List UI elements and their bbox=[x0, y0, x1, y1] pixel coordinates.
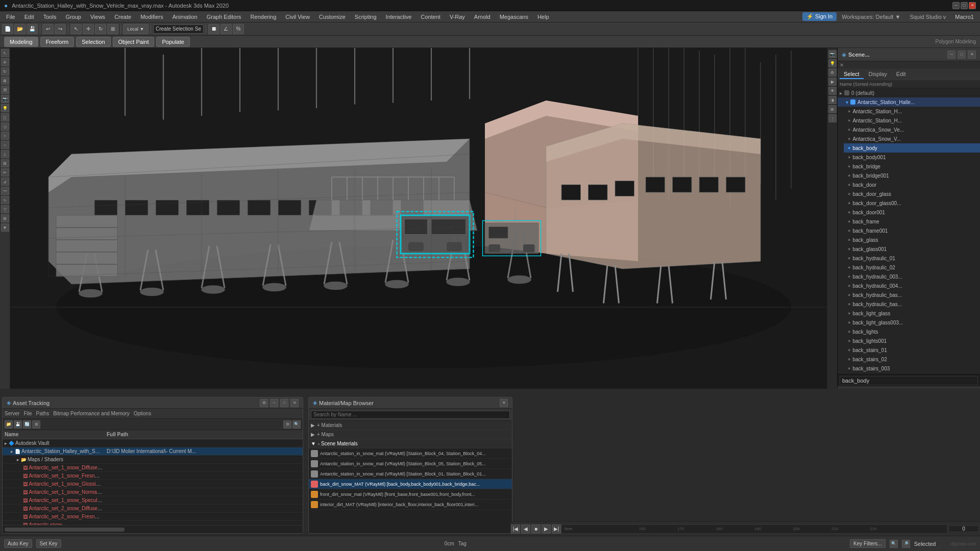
minimize-button[interactable]: ─ bbox=[952, 2, 960, 9]
list-item[interactable]: ● back_hydraulic_bas... bbox=[844, 290, 980, 299]
lt-scale[interactable]: ⊠ bbox=[1, 77, 9, 85]
mb-section-materials[interactable]: ▶ + Materials bbox=[309, 421, 512, 430]
menu-scripting[interactable]: Scripting bbox=[351, 13, 381, 21]
se-close-icon[interactable]: ✕ bbox=[840, 62, 844, 68]
list-item[interactable]: ● Antarctic_Station_H... bbox=[844, 116, 980, 125]
menu-interactive[interactable]: Interactive bbox=[382, 13, 416, 21]
list-item[interactable]: interior_dirt_MAT (VRayMtl) [interior_ba… bbox=[309, 499, 512, 510]
at-icon2[interactable]: 💾 bbox=[14, 420, 22, 429]
lt-bottom[interactable]: ▼ bbox=[1, 223, 9, 232]
list-item[interactable]: ● back_stairs_02 bbox=[844, 355, 980, 364]
maximize-button[interactable]: □ bbox=[961, 2, 968, 9]
list-item[interactable]: ● back_glass001 bbox=[844, 244, 980, 254]
move-btn[interactable]: ✛ bbox=[83, 24, 94, 34]
tl-next-frame[interactable]: ▶| bbox=[552, 524, 561, 534]
se-minimize-btn[interactable]: ─ bbox=[947, 51, 955, 59]
mb-section-scene-materials[interactable]: ▼ - Scene Materials bbox=[309, 439, 512, 448]
at-minimize-btn[interactable]: ─ bbox=[270, 399, 278, 407]
at-icon1[interactable]: 📁 bbox=[5, 420, 13, 429]
mode-tab-populate[interactable]: Populate bbox=[156, 37, 189, 47]
rotate-btn[interactable]: ↻ bbox=[95, 24, 106, 34]
at-maximize-btn[interactable]: □ bbox=[280, 399, 288, 407]
close-button[interactable]: ✕ bbox=[969, 2, 976, 9]
menu-vray[interactable]: V-Ray bbox=[446, 13, 469, 21]
menu-customize[interactable]: Customize bbox=[315, 13, 350, 21]
angle-snap-toggle[interactable]: ∠ bbox=[220, 24, 232, 34]
lt-nurbs[interactable]: 〜 bbox=[1, 187, 9, 195]
save-file-btn[interactable]: 💾 bbox=[27, 24, 38, 34]
tl-play[interactable]: ▶ bbox=[542, 524, 551, 534]
menu-tools[interactable]: Tools bbox=[39, 13, 61, 21]
mb-active-item[interactable]: back_dirt_snow_MAT (VRayMtl) [back_body,… bbox=[309, 479, 512, 489]
vp-view-btn[interactable]: 👁 bbox=[828, 87, 837, 95]
set-key-btn[interactable]: Set Key bbox=[36, 539, 61, 548]
vp-shader-btn[interactable]: ◑ bbox=[828, 96, 837, 104]
lt-helper[interactable]: + bbox=[1, 132, 9, 140]
list-item[interactable]: ▸ 📂 Maps / Shaders bbox=[3, 456, 303, 464]
list-item[interactable]: ● back_body001 bbox=[844, 153, 980, 162]
vp-extra-btn[interactable]: ⋮ bbox=[828, 114, 837, 122]
status-zoom-in[interactable]: 🔍 bbox=[890, 540, 898, 548]
list-item[interactable]: 🖼 Antarctic_set_2_snow_Diffuse.png bbox=[3, 505, 303, 513]
macro1[interactable]: Macro1 bbox=[951, 13, 978, 21]
menu-arnold[interactable]: Arnold bbox=[470, 13, 495, 21]
list-item[interactable]: Antarctic_station_in_snow_mat (VRayMtl) … bbox=[309, 469, 512, 479]
menu-megascans[interactable]: Megascans bbox=[496, 13, 532, 21]
at-options-btn[interactable]: ⚙ bbox=[260, 399, 268, 407]
sign-in-button[interactable]: ⚡ Sign In bbox=[802, 12, 837, 21]
vp-camera-btn[interactable]: 📷 bbox=[828, 50, 837, 58]
workspace-selector[interactable]: Workspaces: Default ▼ bbox=[838, 13, 904, 21]
lt-ik[interactable]: ⊿ bbox=[1, 178, 9, 186]
scene-item-default[interactable]: ▸ 0 (default) bbox=[838, 88, 980, 97]
lt-move[interactable]: ✛ bbox=[1, 58, 9, 66]
menu-rendering[interactable]: Rendering bbox=[247, 13, 281, 21]
list-item[interactable]: ● back_hydraulic_02 bbox=[844, 263, 980, 272]
menu-help[interactable]: Help bbox=[533, 13, 553, 21]
list-item[interactable]: 🖼 Antarctic snow bbox=[3, 521, 303, 525]
vp-light-btn[interactable]: 💡 bbox=[828, 59, 837, 67]
list-item[interactable]: ● back_frame001 bbox=[844, 226, 980, 235]
list-item[interactable]: ● back_lights001 bbox=[844, 336, 980, 345]
lt-filter[interactable]: ▽ bbox=[1, 205, 9, 213]
lt-light[interactable]: 💡 bbox=[1, 104, 9, 112]
at-icon3[interactable]: 🔄 bbox=[23, 420, 31, 429]
coord-system[interactable]: Local ▼ bbox=[123, 24, 149, 34]
list-item[interactable]: ● back_stairs_004 bbox=[844, 373, 980, 374]
se-tab-display[interactable]: Display bbox=[865, 70, 891, 79]
lt-space[interactable]: ○ bbox=[1, 141, 9, 149]
lt-spline[interactable]: ∿ bbox=[1, 196, 9, 204]
lt-select[interactable]: ↖ bbox=[1, 49, 9, 57]
at-menu-file[interactable]: File bbox=[23, 411, 32, 416]
tl-prev-frame[interactable]: |◀ bbox=[511, 524, 520, 534]
mode-tab-freeform[interactable]: Freeform bbox=[40, 37, 75, 47]
mb-section-maps[interactable]: ▶ + Maps bbox=[309, 430, 512, 439]
list-item[interactable]: Antarctic_station_in_snow_mat (VRayMtl) … bbox=[309, 459, 512, 469]
list-item[interactable]: ▸ 🔷 Autodesk Vault bbox=[3, 439, 303, 447]
list-item[interactable]: ● back_bridge bbox=[844, 162, 980, 171]
menu-edit[interactable]: Edit bbox=[20, 13, 38, 21]
list-item[interactable]: Antarctic_station_in_snow_mat (VRayMtl) … bbox=[309, 448, 512, 459]
list-item[interactable]: ● Antarctica_Snow_Ve... bbox=[844, 125, 980, 134]
new-file-btn[interactable]: 📄 bbox=[2, 24, 13, 34]
se-tab-select[interactable]: Select bbox=[840, 70, 864, 79]
lt-paint[interactable]: ✏ bbox=[1, 168, 9, 177]
list-item[interactable]: ● back_hydraulic_003... bbox=[844, 272, 980, 281]
squid-studio[interactable]: Squid Studio v bbox=[905, 13, 950, 21]
create-selection-input[interactable]: Create Selection Se bbox=[153, 24, 204, 34]
menu-modifiers[interactable]: Modifiers bbox=[136, 13, 167, 21]
key-filters-btn[interactable]: Key Filters... bbox=[850, 539, 886, 548]
vp-settings-btn[interactable]: ⚙ bbox=[828, 68, 837, 77]
list-item[interactable]: ● back_stairs_01 bbox=[844, 345, 980, 355]
vp-mode-btn[interactable]: ⊞ bbox=[828, 105, 837, 113]
list-item[interactable]: ▸ 📄 Antarctic_Station_Halley_with_Snow_V… bbox=[3, 447, 303, 456]
list-item[interactable]: 🖼 Antarctic_set_1_snow_Specular.png bbox=[3, 496, 303, 505]
mb-close-btn[interactable]: ✕ bbox=[500, 399, 508, 407]
object-name-input[interactable] bbox=[840, 376, 978, 385]
menu-content[interactable]: Content bbox=[416, 13, 445, 21]
menu-create[interactable]: Create bbox=[110, 13, 135, 21]
vp-render-btn[interactable]: ▶ bbox=[828, 78, 837, 86]
list-item[interactable]: 🖼 Antarctic_set_1_snow_Normal.png bbox=[3, 488, 303, 496]
undo-btn[interactable]: ↩ bbox=[42, 24, 54, 34]
at-icon4[interactable]: ⊞ bbox=[32, 420, 40, 429]
percent-snap-toggle[interactable]: % bbox=[233, 24, 244, 34]
